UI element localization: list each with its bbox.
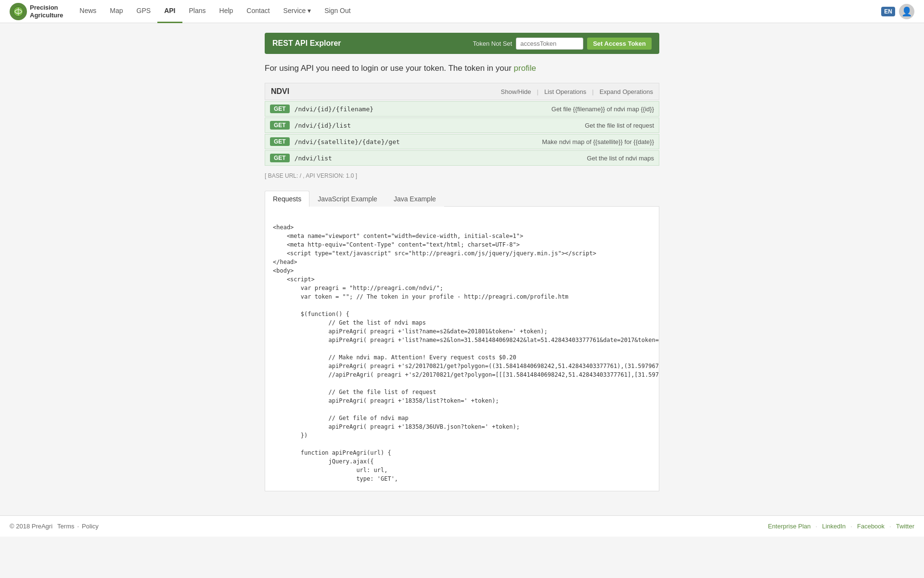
nav-link-api[interactable]: API xyxy=(157,0,182,23)
api-description-2: Make ndvi map of {{satellite}} for {{dat… xyxy=(542,138,654,145)
set-access-token-button[interactable]: Set Access Token xyxy=(587,38,652,50)
api-explorer-title: REST API Explorer xyxy=(272,39,341,48)
tab-java-example[interactable]: Java Example xyxy=(385,191,444,207)
logo-text-line1: Precision xyxy=(30,4,58,11)
footer-link-twitter[interactable]: Twitter xyxy=(896,523,914,530)
method-badge-1: GET xyxy=(270,121,290,130)
footer-link-linkedin[interactable]: LinkedIn xyxy=(822,523,846,530)
api-description-0: Get file {{filename}} of ndvi map {{id}} xyxy=(552,105,654,113)
footer-link-policy[interactable]: Policy xyxy=(82,523,99,530)
method-badge-0: GET xyxy=(270,105,290,113)
avatar[interactable]: 👤 xyxy=(899,4,914,19)
section-actions: Show/Hide | List Operations | Expand Ope… xyxy=(501,88,653,95)
method-badge-3: GET xyxy=(270,154,290,162)
footer-copyright: © 2018 PreAgri xyxy=(10,523,52,530)
tab-requests[interactable]: Requests xyxy=(265,191,309,207)
login-message: For using API you need to login or use y… xyxy=(265,64,659,73)
code-display: <head> <meta name="viewport" content="wi… xyxy=(265,207,659,491)
footer-link-terms[interactable]: Terms xyxy=(57,523,74,530)
nav-link-help[interactable]: Help xyxy=(213,0,240,23)
api-path-3: /ndvi/list xyxy=(295,155,587,162)
tabs-header: Requests JavaScript Example Java Example xyxy=(265,191,659,207)
footer-links: Terms · Policy xyxy=(57,523,99,530)
footer-link-enterprise[interactable]: Enterprise Plan xyxy=(768,523,811,530)
page-content: REST API Explorer Token Not Set Set Acce… xyxy=(255,23,669,501)
api-row-2[interactable]: GET /ndvi/{satellite}/{date}/get Make nd… xyxy=(265,134,659,149)
list-operations-action[interactable]: List Operations xyxy=(544,88,586,95)
method-badge-2: GET xyxy=(270,137,290,146)
footer-right: Enterprise Plan · LinkedIn · Facebook · … xyxy=(768,523,914,530)
api-description-1: Get the file list of request xyxy=(585,122,654,129)
api-path-1: /ndvi/{id}/list xyxy=(295,122,585,129)
login-message-text: For using API you need to login or use y… xyxy=(265,64,514,73)
nav-right: EN 👤 xyxy=(881,4,914,19)
nav-logo[interactable]: Precision Agriculture xyxy=(10,3,63,20)
profile-link[interactable]: profile xyxy=(514,64,536,73)
logo-text-line2: Agriculture xyxy=(30,12,63,19)
base-url-info: [ BASE URL: / , API VERSION: 1.0 ] xyxy=(265,171,659,181)
nav-link-signout[interactable]: Sign Out xyxy=(318,0,357,23)
api-row-1[interactable]: GET /ndvi/{id}/list Get the file list of… xyxy=(265,118,659,133)
api-description-3: Get the list of ndvi maps xyxy=(587,155,654,162)
nav-link-map[interactable]: Map xyxy=(103,0,129,23)
api-row-0[interactable]: GET /ndvi/{id}/{filename} Get file {{fil… xyxy=(265,101,659,117)
tab-javascript-example[interactable]: JavaScript Example xyxy=(309,191,385,207)
ndvi-section-title: NDVI xyxy=(271,87,289,96)
ndvi-section-header: NDVI Show/Hide | List Operations | Expan… xyxy=(265,83,659,100)
token-not-set-label: Token Not Set xyxy=(473,40,513,47)
api-row-3[interactable]: GET /ndvi/list Get the list of ndvi maps xyxy=(265,150,659,166)
nav-link-plans[interactable]: Plans xyxy=(182,0,213,23)
tabs-container: Requests JavaScript Example Java Example… xyxy=(265,191,659,491)
footer-left: © 2018 PreAgri Terms · Policy xyxy=(10,523,99,530)
footer: © 2018 PreAgri Terms · Policy Enterprise… xyxy=(0,515,924,537)
nav-links: News Map GPS API Plans Help Contact Serv… xyxy=(73,0,881,23)
language-badge[interactable]: EN xyxy=(881,7,895,16)
nav-link-service[interactable]: Service ▾ xyxy=(277,0,318,23)
nav-link-contact[interactable]: Contact xyxy=(240,0,276,23)
logo-icon xyxy=(10,3,27,20)
navbar: Precision Agriculture News Map GPS API P… xyxy=(0,0,924,23)
api-path-0: /ndvi/{id}/{filename} xyxy=(295,105,552,113)
api-header-bar: REST API Explorer Token Not Set Set Acce… xyxy=(265,33,659,54)
nav-link-news[interactable]: News xyxy=(73,0,103,23)
token-input[interactable] xyxy=(516,38,583,50)
expand-operations-action[interactable]: Expand Operations xyxy=(600,88,653,95)
api-path-2: /ndvi/{satellite}/{date}/get xyxy=(295,138,542,145)
footer-link-facebook[interactable]: Facebook xyxy=(857,523,885,530)
token-area: Token Not Set Set Access Token xyxy=(473,38,652,50)
show-hide-action[interactable]: Show/Hide xyxy=(501,88,531,95)
nav-link-gps[interactable]: GPS xyxy=(130,0,158,23)
